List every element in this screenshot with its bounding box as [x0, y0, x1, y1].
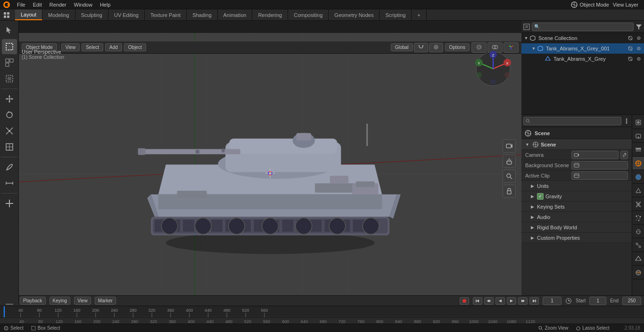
add-object-tool[interactable] — [2, 196, 17, 211]
prop-tab-modifier[interactable] — [633, 198, 644, 211]
playback-btn[interactable]: Playback — [20, 297, 46, 305]
prop-tab-object[interactable] — [633, 184, 644, 197]
menu-file[interactable]: File — [13, 0, 29, 9]
rotate-tool[interactable] — [2, 107, 17, 122]
scale-tool[interactable] — [2, 123, 17, 138]
units-section[interactable]: ▶ Units — [521, 181, 632, 191]
select-btn[interactable]: Select — [82, 43, 103, 51]
prop-tab-physics[interactable] — [633, 225, 644, 238]
outliner-item-tank-collection[interactable]: ▼ Tank_Abrams_X_Grey_001 — [521, 43, 644, 54]
custom-properties-section[interactable]: ▶ Custom Properties — [521, 233, 632, 243]
scene-section-header[interactable]: ▼ Scene — [521, 139, 632, 150]
viewport-3d[interactable]: User Perspective (1) Scene Collection X … — [19, 33, 521, 304]
add-btn[interactable]: Add — [105, 43, 122, 51]
lock-icon[interactable] — [503, 185, 516, 198]
start-frame-input[interactable]: 1 — [589, 297, 606, 305]
expand-icon[interactable]: ▼ — [531, 46, 537, 51]
outliner-item-tank-mesh[interactable]: ▶ Tank_Abrams_X_Grey — [521, 54, 644, 64]
camera-restrict-icon[interactable] — [627, 45, 634, 52]
gravity-checkbox[interactable]: ✓ — [537, 193, 544, 200]
record-btn[interactable] — [460, 297, 469, 305]
snap-btn[interactable] — [414, 43, 428, 52]
prop-tab-scene[interactable] — [633, 157, 644, 170]
menu-window[interactable]: Window — [70, 0, 96, 9]
select-circle-tool[interactable] — [2, 55, 17, 70]
expand-icon[interactable]: ▼ — [523, 35, 529, 41]
menu-help[interactable]: Help — [96, 0, 115, 9]
prop-tab-material[interactable] — [633, 266, 644, 279]
transform-all-tool[interactable] — [2, 139, 17, 154]
tank-mesh-label: Tank_Abrams_X_Grey — [553, 56, 627, 62]
gravity-expand-arrow: ▶ — [531, 194, 534, 199]
add-workspace-btn[interactable]: + — [412, 9, 426, 20]
transform-tool[interactable] — [2, 91, 17, 106]
select-tool[interactable] — [2, 39, 17, 54]
proportional-edit-btn[interactable] — [429, 43, 443, 52]
tab-animation[interactable]: Animation — [218, 9, 253, 20]
rigid-body-world-section[interactable]: ▶ Rigid Body World — [521, 222, 632, 233]
jump-to-end-btn[interactable] — [529, 297, 539, 305]
tab-uv-editing[interactable]: UV Editing — [108, 9, 145, 20]
audio-section[interactable]: ▶ Audio — [521, 212, 632, 222]
prop-tab-render[interactable] — [633, 116, 644, 129]
prop-tab-particles[interactable] — [633, 211, 644, 225]
restrict-render-icon[interactable] — [627, 35, 634, 41]
start-label: Start — [576, 298, 586, 303]
blender-logo-icon[interactable] — [2, 0, 11, 9]
gravity-section[interactable]: ▶ ✓ Gravity — [521, 191, 632, 202]
outliner-search-input[interactable] — [532, 23, 634, 31]
keying-expand-arrow: ▶ — [531, 204, 534, 209]
hand-pan-icon[interactable] — [503, 154, 516, 168]
zoom-icon[interactable] — [503, 170, 516, 183]
svg-point-145 — [637, 121, 640, 124]
play-reverse-btn[interactable] — [495, 297, 505, 305]
cursor-tool[interactable] — [2, 23, 17, 38]
tab-geometry-nodes[interactable]: Geometry Nodes — [329, 9, 380, 20]
tab-texture-paint[interactable]: Texture Paint — [145, 9, 187, 20]
object-btn[interactable]: Object — [124, 43, 146, 51]
scene-selector[interactable]: Object Mode — [579, 2, 609, 8]
tab-compositing[interactable]: Compositing — [288, 9, 329, 20]
scene-collection-header[interactable]: ▼ Scene Collection — [521, 33, 644, 43]
tab-modeling[interactable]: Modeling — [42, 9, 75, 20]
prop-tab-constraints[interactable] — [633, 239, 644, 252]
properties-options-icon[interactable] — [623, 118, 630, 124]
jump-to-start-btn[interactable] — [473, 297, 482, 305]
viewport-restrict-icon[interactable] — [636, 45, 642, 52]
tab-shading[interactable]: Shading — [187, 9, 217, 20]
menu-edit[interactable]: Edit — [29, 0, 46, 9]
prop-tab-output[interactable] — [633, 130, 644, 143]
annotate-tool[interactable] — [2, 160, 17, 175]
step-back-btn[interactable] — [484, 297, 494, 305]
mesh-camera-icon[interactable] — [627, 56, 634, 62]
tab-layout[interactable]: Layout — [15, 9, 42, 20]
play-btn[interactable] — [507, 297, 516, 305]
prop-tab-data[interactable] — [633, 252, 644, 266]
global-transform-btn[interactable]: Global — [391, 43, 413, 51]
options-btn[interactable]: Options — [445, 43, 470, 51]
keying-sets-section[interactable]: ▶ Keying Sets — [521, 202, 632, 212]
current-frame-input[interactable]: 1 — [543, 297, 561, 305]
navigation-gizmo[interactable]: X Y Z — [474, 50, 512, 88]
restrict-viewport-icon[interactable] — [636, 35, 642, 41]
mesh-viewport-icon[interactable] — [636, 56, 642, 62]
tab-scripting[interactable]: Scripting — [380, 9, 412, 20]
prop-tab-world[interactable] — [633, 170, 644, 184]
timeline-ruler[interactable]: 40 80 120 160 200 240 280 320 360 400 44… — [0, 306, 644, 324]
svg-marker-174 — [477, 300, 479, 302]
measure-tool[interactable] — [2, 176, 17, 191]
end-frame-input[interactable]: 250 — [622, 297, 641, 305]
svg-rect-7 — [4, 16, 6, 18]
view-btn[interactable]: View — [74, 297, 91, 305]
step-forward-btn[interactable] — [518, 297, 528, 305]
camera-view-icon[interactable] — [503, 139, 516, 153]
menu-render[interactable]: Render — [46, 0, 70, 9]
tab-rendering[interactable]: Rendering — [252, 9, 288, 20]
select-lasso-tool[interactable] — [2, 71, 17, 86]
marker-btn[interactable]: Marker — [95, 297, 116, 305]
camera-edit-btn[interactable] — [620, 151, 628, 159]
filter-icon[interactable] — [636, 24, 642, 30]
tab-sculpting[interactable]: Sculpting — [75, 9, 108, 20]
keying-btn[interactable]: Keying — [50, 297, 71, 305]
prop-tab-view-layer[interactable] — [633, 143, 644, 156]
